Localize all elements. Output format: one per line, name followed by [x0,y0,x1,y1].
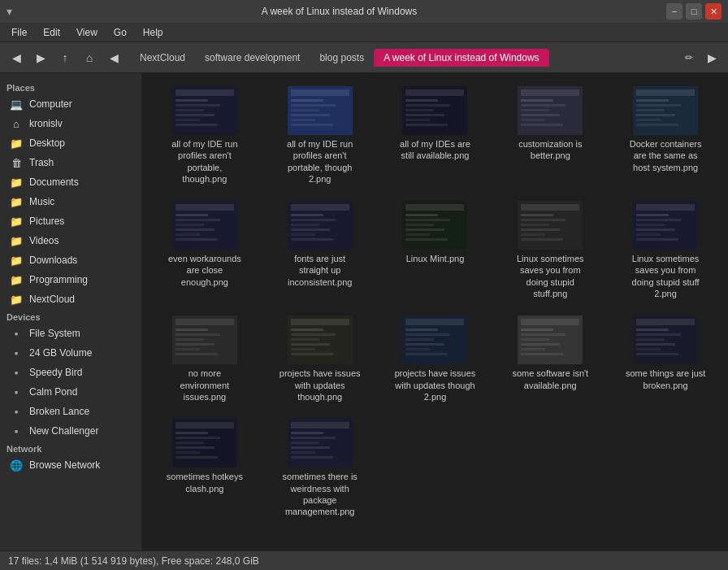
menu-item-edit[interactable]: Edit [35,25,68,40]
menu-item-file[interactable]: File [3,25,35,40]
file-grid-container[interactable]: all of my IDE run profiles aren't portab… [142,73,728,550]
file-item-f4[interactable]: customization is better.png [494,80,606,191]
status-text: 17 files: 1,4 MiB (1 514 919 bytes), Fre… [8,555,259,567]
svg-rect-93 [291,343,330,346]
sidebar-item-browsenetwork[interactable]: 🌐 Browse Network [0,455,141,475]
forward-button[interactable]: ▶ [29,46,52,69]
svg-rect-35 [636,104,681,107]
file-item-f13[interactable]: projects have issues with updates though… [379,309,492,409]
svg-rect-92 [291,338,319,341]
sidebar-item-24gb[interactable]: ▪ 24 GB Volume [0,343,141,363]
back-button[interactable]: ◀ [5,46,28,69]
svg-rect-85 [176,343,214,346]
file-name-f16: sometimes hotkeys clash.png [164,471,245,494]
sidebar-label-newchallenger: New Challenger [29,425,98,437]
sidebar-item-programming[interactable]: 📁 Programming [0,270,141,289]
svg-rect-21 [405,114,444,116]
next-tab-button[interactable]: ▶ [700,46,723,69]
prev-tab-button[interactable]: ◀ [102,46,125,69]
sidebar-item-videos[interactable]: 📁 Videos [0,231,141,250]
sidebar-item-computer[interactable]: 💻 Computer [0,94,141,114]
file-item-f7[interactable]: fonts are just straight up inconsistent.… [264,194,376,306]
maximize-button[interactable]: □ [686,3,702,20]
sidebar-item-music[interactable]: 📁 Music [0,192,141,211]
svg-rect-18 [405,99,438,102]
file-item-f8[interactable]: Linux Mint.png [379,194,492,306]
file-item-f5[interactable]: Docker containers are the same as host s… [609,80,722,191]
menu-item-go[interactable]: Go [106,25,135,40]
sidebar-item-speedybird[interactable]: ▪ Speedy Bird [0,363,141,382]
sidebar-icon-videos: 📁 [10,234,23,247]
file-thumbnail-f13 [402,315,467,364]
sidebar-item-filesystem[interactable]: ▪ File System [0,324,141,343]
svg-rect-26 [521,99,553,102]
sidebar-item-brokenlance[interactable]: ▪ Broken Lance [0,402,141,421]
file-item-f15[interactable]: some things are just broken.png [609,309,722,409]
file-item-f9[interactable]: Linux sometimes saves you from doing stu… [494,194,606,306]
home-button[interactable]: ⌂ [78,46,101,69]
svg-rect-94 [291,348,315,350]
sidebar-item-pictures[interactable]: 📁 Pictures [0,211,141,231]
svg-rect-38 [636,119,661,121]
sidebar-label-videos: Videos [29,235,58,246]
sidebar-item-newchallenger[interactable]: ▪ New Challenger [0,421,141,441]
svg-rect-70 [521,233,545,236]
file-thumbnail-f15 [633,315,698,364]
sidebar-label-speedybird: Speedy Bird [29,367,82,378]
close-button[interactable]: ✕ [705,3,722,20]
file-item-f2[interactable]: all of my IDE run profiles aren't portab… [264,80,376,191]
sidebar-label-filesystem: File System [29,328,80,339]
edit-tab-button[interactable]: ✏ [679,48,699,67]
sidebar-item-downloads[interactable]: 📁 Downloads [0,250,141,270]
menu-item-view[interactable]: View [68,25,106,40]
file-item-f10[interactable]: Linux sometimes saves you from doing stu… [609,194,722,306]
sidebar-item-calmpond[interactable]: ▪ Calm Pond [0,382,141,402]
minimize-button[interactable]: − [666,3,682,20]
sidebar-label-24gb: 24 GB Volume [29,347,92,359]
svg-rect-98 [405,329,438,331]
file-thumbnail-f2 [288,86,353,135]
file-item-f11[interactable]: no more environment issues.png [149,309,261,409]
file-thumbnail-f1 [172,86,237,135]
file-item-f12[interactable]: projects have issues with updates though… [264,309,376,409]
sidebar-item-trash[interactable]: 🗑 Trash [0,153,141,172]
sidebar-item-nextcloud[interactable]: 📁 NextCloud [0,289,141,309]
svg-rect-67 [521,219,566,221]
svg-rect-82 [176,329,208,331]
tab-software-dev[interactable]: software development [195,49,310,67]
sidebar-icon-music: 📁 [10,195,23,208]
svg-rect-44 [176,224,204,226]
svg-rect-4 [176,109,204,111]
sidebar-item-documents[interactable]: 📁 Documents [0,172,141,192]
file-item-f17[interactable]: sometimes there is weirdness with packag… [264,412,376,524]
menu-item-help[interactable]: Help [135,25,171,40]
sidebar-icon-speedybird: ▪ [10,366,23,379]
file-name-f7: fonts are just straight up inconsistent.… [280,253,361,288]
file-item-f1[interactable]: all of my IDE run profiles aren't portab… [149,80,261,191]
tab-blog-posts[interactable]: blog posts [310,49,374,67]
file-name-f10: Linux sometimes saves you from doing stu… [625,253,706,299]
svg-rect-50 [291,214,323,216]
tab-nextcloud[interactable]: NextCloud [130,49,195,67]
svg-rect-89 [291,319,349,325]
sidebar-label-music: Music [29,196,54,207]
file-item-f3[interactable]: all of my IDEs are still available.png [379,80,492,191]
svg-rect-54 [291,233,315,236]
svg-rect-129 [291,422,349,429]
sidebar-item-kronislv[interactable]: ⌂ kronislv [0,114,141,133]
svg-rect-76 [636,224,665,226]
sidebar-item-desktop[interactable]: 📁 Desktop [0,133,141,153]
svg-rect-105 [521,319,579,325]
file-name-f15: some things are just broken.png [625,368,706,391]
svg-rect-118 [636,348,661,350]
network-header: Network [0,441,141,455]
file-item-f6[interactable]: even workarounds are close enough.png [149,194,261,306]
file-item-f16[interactable]: sometimes hotkeys clash.png [149,412,261,524]
tab-week-linux[interactable]: A week of Linux instead of Windows [374,49,548,67]
svg-rect-117 [636,343,675,346]
svg-rect-108 [521,338,549,341]
main-content: Places 💻 Computer ⌂ kronislv 📁 Desktop 🗑… [0,73,728,550]
titlebar-icon: ▾ [6,5,12,18]
file-item-f14[interactable]: some software isn't available.png [494,309,606,409]
up-button[interactable]: ↑ [54,46,76,69]
